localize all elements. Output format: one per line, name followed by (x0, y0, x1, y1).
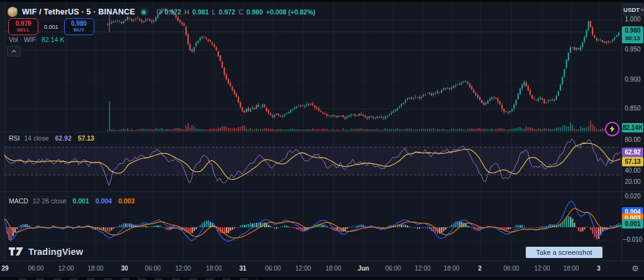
chart-canvas[interactable] (0, 0, 644, 280)
buy-price: 0.980 (71, 21, 87, 28)
time-axis[interactable]: ⚙ 2906:0012:0018:003006:0012:0018:003106… (0, 261, 644, 277)
trade-buttons: 0.979 SELL 0.001 0.980 BUY (8, 18, 94, 35)
screenshot-tooltip: Take a screenshot (526, 247, 602, 258)
time-axis-label: 31 (239, 265, 246, 272)
volume-legend[interactable]: Vol · WIF 82.14 K (9, 36, 64, 43)
spread-value: 0.001 (42, 23, 60, 31)
rsi-value-badge: 62.92 (622, 148, 643, 157)
macd-signal-value: 0.003 (118, 197, 135, 205)
axis-label: 0.850 (621, 104, 644, 113)
chevron-up-icon (11, 50, 16, 53)
macd-name: MACD (9, 197, 28, 205)
currency-label: USDT (623, 6, 640, 13)
axis-label: 40.00 (621, 166, 644, 175)
time-axis-label: 06:00 (385, 265, 401, 272)
open-value: 0.972 (165, 8, 181, 16)
time-axis-label: 18:00 (325, 265, 341, 272)
sell-button[interactable]: 0.979 SELL (8, 18, 38, 35)
time-axis-label: 12:00 (414, 265, 430, 272)
close-value: 0.980 (247, 8, 263, 16)
sell-price: 0.979 (15, 21, 31, 28)
symbol-title[interactable]: WIF / TetherUS · 5 · BINANCE (22, 8, 135, 16)
axis-label: 80.00 (621, 136, 644, 144)
buy-label: BUY (74, 28, 84, 33)
volume-label: Vol · WIF (9, 36, 36, 43)
price-axis[interactable]: USDT ▾ 0.980 00:13 1.0000.9500.9000.8508… (621, 0, 644, 261)
volume-value: 82.14 K (42, 36, 64, 43)
time-axis-label: 12:00 (295, 265, 311, 272)
rsi-name: RSI (9, 134, 20, 142)
chevron-down-icon: ▾ (641, 8, 643, 13)
tradingview-chart-window: WIF / TetherUS · 5 · BINANCE O0.972 H0.9… (0, 0, 644, 280)
tradingview-logo[interactable]: TradingView (8, 246, 83, 257)
last-price-value: 0.980 (622, 27, 643, 35)
ohlc-values: O0.972 H0.981 L0.972 C0.980 +0.008 (+0.8… (157, 8, 316, 16)
macd-params: 12 26 close (33, 197, 67, 205)
gear-icon[interactable]: ⚙ (631, 264, 639, 273)
time-axis-label: 18:00 (206, 265, 221, 272)
time-axis-label: 18:00 (563, 265, 579, 272)
rsi-value-badge: 57.13 (622, 157, 643, 166)
change-value: +0.008 (+0.82%) (266, 8, 315, 16)
time-axis-label: 29 (1, 265, 8, 272)
time-axis-label: Jun (358, 265, 369, 272)
time-axis-label: 12:00 (175, 265, 191, 272)
time-axis-label: 12:00 (58, 265, 74, 272)
rsi-ma-value: 57.13 (78, 134, 94, 142)
close-label: C (238, 8, 243, 16)
time-axis-label: 18:00 (87, 265, 103, 272)
low-label: L (212, 8, 216, 16)
high-label: H (184, 8, 189, 16)
time-axis-label: 06:00 (503, 265, 519, 272)
macd-value-badge: 0.001 (622, 219, 643, 229)
symbol-header: WIF / TetherUS · 5 · BINANCE O0.972 H0.9… (8, 7, 315, 17)
time-axis-label: 06:00 (28, 265, 43, 272)
collapse-panel-button[interactable] (7, 46, 21, 57)
tradingview-logo-icon (8, 246, 24, 257)
time-axis-label: 18:00 (443, 265, 459, 272)
rsi-value: 62.92 (55, 134, 71, 142)
wif-coin-icon (8, 7, 18, 17)
time-axis-label: 12:00 (534, 265, 550, 272)
axis-label: 0.020 (621, 192, 644, 201)
axis-label: 20.00 (621, 178, 644, 186)
macd-hist-value: 0.001 (72, 197, 89, 205)
macd-legend[interactable]: MACD 12 26 close 0.001 0.004 0.003 (9, 197, 135, 205)
buy-button[interactable]: 0.980 BUY (64, 18, 94, 35)
rsi-params: 14 close (24, 134, 48, 142)
volume-badge: 82.14K (622, 123, 643, 132)
top-edge (0, 0, 644, 2)
high-value: 0.981 (192, 8, 209, 16)
currency-selector[interactable]: USDT ▾ (623, 4, 644, 16)
time-axis-label: 06:00 (265, 265, 280, 272)
time-axis-label: 3 (597, 265, 601, 272)
tradingview-logo-text: TradingView (28, 247, 83, 257)
rsi-legend[interactable]: RSI 14 close 62.92 57.13 (9, 134, 94, 142)
axis-label: 0.950 (621, 45, 644, 54)
axis-label: −0.010 (621, 235, 644, 244)
time-axis-label: 30 (121, 265, 128, 272)
connection-status-icon[interactable] (140, 8, 148, 16)
axis-label: 0.900 (621, 75, 644, 84)
open-label: O (157, 8, 162, 16)
axis-label: 1.000 (621, 15, 644, 24)
last-price-badge: 0.980 00:13 (622, 26, 643, 43)
low-value: 0.972 (219, 8, 235, 16)
bar-countdown: 00:13 (622, 35, 643, 42)
instant-order-lightning-icon[interactable] (605, 122, 619, 136)
sell-label: SELL (17, 28, 30, 33)
time-axis-label: 06:00 (145, 265, 160, 272)
macd-line-value: 0.004 (96, 197, 112, 205)
time-axis-label: 2 (478, 265, 482, 272)
lightning-bolt-icon (609, 126, 615, 132)
